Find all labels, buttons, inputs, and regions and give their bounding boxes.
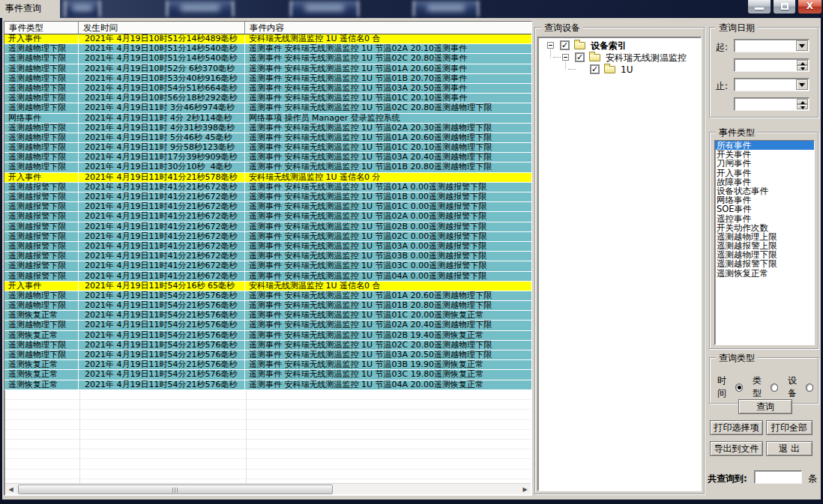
horizontal-scrollbar[interactable]: ◀ ▶	[5, 483, 531, 494]
tab-blurred-1[interactable]	[64, 1, 100, 16]
close-button[interactable]: X	[798, 0, 822, 14]
tree-checkbox[interactable]: ✓	[575, 52, 585, 62]
table-row[interactable]: 遥测越物理下限2021年 4月19日11时 3分46秒974毫秒遥测事件 安科瑞…	[4, 103, 531, 113]
tree-node-label[interactable]: 设备索引	[591, 40, 627, 51]
print-selected-button[interactable]: 打印选择项	[710, 420, 763, 435]
tree-checkbox[interactable]: ✓	[560, 40, 570, 50]
column-header-event-type[interactable]: 事件类型	[4, 22, 79, 34]
table-row[interactable]: 开入事件2021年 4月19日11时41分21秒578毫秒安科瑞无线测温监控 1…	[4, 173, 531, 183]
chevron-down-icon[interactable]	[796, 40, 808, 51]
table-row[interactable]: 开入事件2021年 4月19日10时51分14秒489毫秒安科瑞无线测温监控 1…	[4, 34, 531, 44]
column-header-content[interactable]: 事件内容	[245, 22, 531, 34]
event-type-option[interactable]: 刀闸事件	[715, 159, 814, 168]
scroll-left-icon[interactable]: ◀	[5, 485, 16, 494]
end-date-combobox[interactable]: 2021年 4月19日	[734, 78, 810, 91]
tab-blurred-4[interactable]	[413, 1, 479, 16]
radio-option[interactable]: 类型	[753, 374, 778, 400]
table-row[interactable]: 遥测越物理下限2021年 4月19日10时52分 6秒370毫秒遥测事件 安科瑞…	[4, 64, 531, 74]
chevron-down-icon[interactable]	[796, 79, 808, 90]
table-row[interactable]: 遥测越物理下限2021年 4月19日11时 5分46秒 45毫秒遥测事件 安科瑞…	[4, 133, 531, 143]
tree-node-root[interactable]: ✓ 设备索引	[538, 40, 699, 51]
spin-down-icon[interactable]	[797, 65, 808, 70]
tree-node-label[interactable]: 安科瑞无线测温监控	[606, 52, 687, 63]
spin-down-icon[interactable]	[797, 104, 808, 109]
table-row[interactable]: 遥测越物理下限2021年 4月19日11时54分21秒576毫秒遥测事件 安科瑞…	[4, 350, 531, 360]
print-all-button[interactable]: 打印全部	[766, 420, 813, 435]
event-type-option[interactable]: SOE事件	[715, 204, 814, 213]
table-row[interactable]: 遥测越报警下限2021年 4月19日11时41分21秒672毫秒遥测事件 安科瑞…	[4, 202, 531, 212]
tab-event-query[interactable]: 事件查询	[0, 0, 60, 18]
table-row[interactable]: 遥测越报警下限2021年 4月19日11时41分21秒672毫秒遥测事件 安科瑞…	[4, 183, 531, 192]
table-row[interactable]: 遥测越物理下限2021年 4月19日11时54分21秒576毫秒遥测事件 安科瑞…	[4, 291, 531, 301]
tab-blurred-3[interactable]	[290, 1, 359, 16]
result-count-field[interactable]: 36	[754, 470, 802, 484]
radio-circle-icon[interactable]	[735, 383, 743, 392]
table-row[interactable]: 遥测越物理下限2021年 4月19日11时54分21秒576毫秒遥测事件 安科瑞…	[4, 321, 531, 330]
table-row[interactable]: 遥测恢复正常2021年 4月19日11时54分21秒576毫秒遥测事件 安科瑞无…	[4, 331, 531, 341]
start-time-spinner[interactable]: 11:57:07	[734, 58, 810, 72]
event-type-option[interactable]: 遥测恢复正常	[715, 269, 814, 278]
minimize-button[interactable]	[747, 0, 771, 14]
event-type-option[interactable]: 遥控事件	[715, 214, 814, 223]
spin-up-icon[interactable]	[797, 99, 808, 104]
event-time-cell: 2021年 4月19日11时54分21秒576毫秒	[79, 301, 245, 310]
table-row[interactable]: 遥测恢复正常2021年 4月19日11时54分21秒576毫秒遥测事件 安科瑞无…	[4, 380, 531, 390]
query-button[interactable]: 查询	[738, 399, 792, 414]
event-content-cell: 遥测事件 安科瑞无线测温监控 1U 节温01B 20.80遥测越物理下限	[245, 301, 531, 310]
event-type-option[interactable]: 遥测越报警下限	[715, 259, 814, 268]
table-row[interactable]: 遥测越报警下限2021年 4月19日11时41分21秒672毫秒遥测事件 安科瑞…	[4, 192, 531, 202]
end-time-spinner[interactable]: 11:57:07	[734, 97, 810, 111]
radio-circle-icon[interactable]	[771, 383, 778, 392]
result-count-value: 36	[768, 483, 779, 484]
radio-circle-icon[interactable]	[806, 383, 813, 392]
collapse-icon[interactable]	[562, 54, 569, 61]
column-header-time[interactable]: 发生时间	[79, 22, 245, 34]
table-row[interactable]: 遥测越物理下限2021年 4月19日11时 4分31秒398毫秒遥测事件 安科瑞…	[4, 124, 531, 133]
table-row[interactable]: 开入事件2021年 4月19日11时54分16秒 65毫秒安科瑞无线测温监控 1…	[4, 282, 531, 291]
table-row[interactable]: 遥测越物理下限2021年 4月19日11时30分10秒 4毫秒遥测事件 安科瑞无…	[4, 163, 531, 172]
scroll-right-icon[interactable]: ▶	[519, 485, 531, 494]
table-row[interactable]: 遥测越物理下限2021年 4月19日10时51分14秒540毫秒遥测事件 安科瑞…	[4, 44, 531, 54]
exit-button[interactable]: 退 出	[766, 441, 813, 456]
table-row[interactable]: 遥测越物理下限2021年 4月19日11时54分21秒576毫秒遥测事件 安科瑞…	[4, 301, 531, 311]
table-row[interactable]: 遥测越报警下限2021年 4月19日11时41分21秒672毫秒遥测事件 安科瑞…	[4, 242, 531, 252]
table-row[interactable]: 遥测越报警下限2021年 4月19日11时41分21秒672毫秒遥测事件 安科瑞…	[4, 272, 531, 282]
table-row[interactable]: 遥测越物理下限2021年 4月19日11时54分21秒576毫秒遥测事件 安科瑞…	[4, 341, 531, 350]
table-row[interactable]: 遥测越物理下限2021年 4月19日10时54分51秒664毫秒遥测事件 安科瑞…	[4, 84, 531, 94]
table-row[interactable]: 遥测恢复正常2021年 4月19日11时54分21秒576毫秒遥测事件 安科瑞无…	[4, 360, 531, 370]
radio-option[interactable]: 时间	[717, 374, 743, 400]
scrollbar-thumb[interactable]	[18, 485, 333, 494]
event-type-option[interactable]: 开入事件	[715, 168, 814, 177]
table-row[interactable]: 遥测越物理下限2021年 4月19日10时53分40秒916毫秒遥测事件 安科瑞…	[4, 74, 531, 84]
close-icon: X	[798, 1, 822, 11]
tree-node-device[interactable]: ✓ 安科瑞无线测温监控	[538, 52, 699, 63]
table-row[interactable]: 遥测越物理下限2021年 4月19日11时17分39秒909毫秒遥测事件 安科瑞…	[4, 153, 531, 163]
end-label: 止:	[716, 80, 728, 93]
table-row[interactable]: 遥测越报警下限2021年 4月19日11时41分21秒672毫秒遥测事件 安科瑞…	[4, 232, 531, 242]
table-row[interactable]: 网络事件2021年 4月19日11时 4分 2秒114毫秒网络事项 操作员 Ma…	[4, 114, 531, 124]
tab-blurred-2[interactable]	[166, 1, 234, 16]
radio-option[interactable]: 设备	[788, 374, 813, 400]
table-row[interactable]: 遥测恢复正常2021年 4月19日11时54分21秒576毫秒遥测事件 安科瑞无…	[4, 311, 531, 321]
table-row[interactable]: 遥测越报警下限2021年 4月19日11时41分21秒672毫秒遥测事件 安科瑞…	[4, 222, 531, 232]
tree-node-label[interactable]: 1U	[621, 64, 633, 75]
table-row[interactable]: 遥测越报警下限2021年 4月19日11时41分21秒672毫秒遥测事件 安科瑞…	[4, 212, 531, 222]
tree-checkbox[interactable]: ✓	[590, 64, 600, 74]
event-time-cell: 2021年 4月19日11时54分21秒576毫秒	[79, 350, 245, 359]
table-row[interactable]: 遥测越物理下限2021年 4月19日11时 9分58秒123毫秒遥测事件 安科瑞…	[4, 143, 531, 153]
table-row[interactable]: 遥测越报警下限2021年 4月19日11时41分21秒672毫秒遥测事件 安科瑞…	[4, 261, 531, 271]
start-date-combobox[interactable]: 2021年 4月18日	[734, 39, 810, 52]
table-row[interactable]: 遥测越报警下限2021年 4月19日11时41分21秒672毫秒遥测事件 安科瑞…	[4, 252, 531, 261]
collapse-icon[interactable]	[547, 42, 554, 49]
event-type-cell: 遥测越报警下限	[4, 252, 79, 261]
table-row[interactable]: 遥测恢复正常2021年 4月19日11时54分21秒576毫秒遥测事件 安科瑞无…	[4, 370, 531, 380]
maximize-button[interactable]	[773, 0, 796, 14]
table-row[interactable]: 遥测越物理下限2021年 4月19日10时56分18秒292毫秒遥测事件 安科瑞…	[4, 94, 531, 103]
export-file-button[interactable]: 导出到文件	[710, 441, 763, 456]
event-content-cell: 遥测事件 安科瑞无线测温监控 1U 节温03A 20.50遥测越物理下限	[245, 350, 531, 359]
table-row[interactable]: 遥测越物理下限2021年 4月19日10时51分14秒540毫秒遥测事件 安科瑞…	[4, 54, 531, 64]
spin-up-icon[interactable]	[797, 60, 808, 65]
tree-node-1u[interactable]: ✓ 1U	[538, 64, 699, 75]
event-content-cell: 遥测事件 安科瑞无线测温监控 1U 节温01C 20.10遥测事件	[245, 94, 531, 103]
event-type-cell: 遥测越报警下限	[4, 212, 79, 221]
